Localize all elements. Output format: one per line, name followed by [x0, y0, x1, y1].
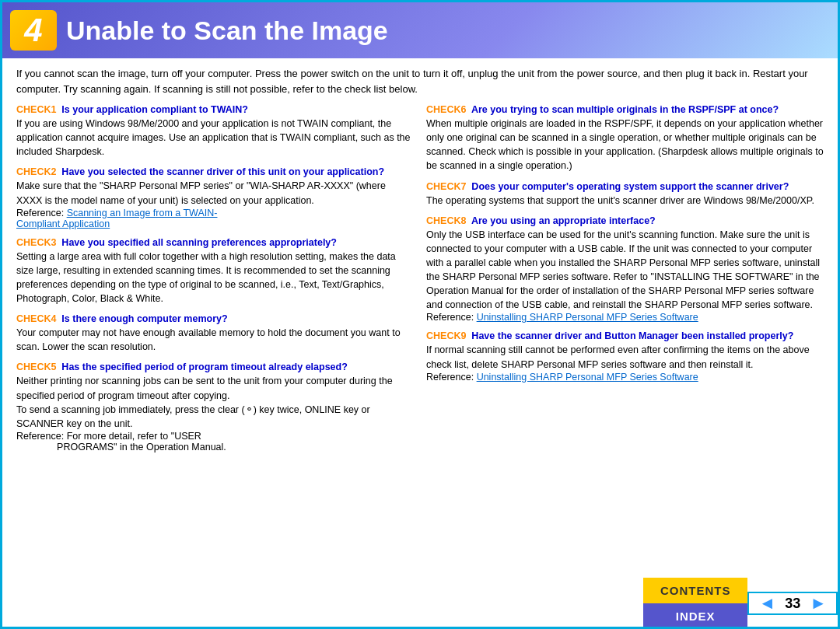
bottom-right-controls: CONTENTS INDEX ◄ 33 ► [643, 580, 838, 627]
check9-ref-label: Reference: [426, 372, 477, 383]
chapter-number: 4 [10, 10, 57, 51]
check8: CHECK8 Are you using an appropriate inte… [426, 215, 824, 323]
right-column: CHECK6 Are you trying to scan multiple o… [426, 104, 824, 460]
check2-header: CHECK2 Have you selected the scanner dri… [16, 166, 414, 177]
check3-header: CHECK3 Have you specified all scanning p… [16, 237, 414, 248]
check6: CHECK6 Are you trying to scan multiple o… [426, 104, 824, 173]
check2-ref: Reference: Scanning an Image from a TWAI… [16, 208, 414, 229]
check9-ref: Reference: Uninstalling SHARP Personal M… [426, 372, 824, 383]
check6-title: Are you trying to scan multiple original… [469, 104, 779, 115]
check5-header: CHECK5 Has the specified period of progr… [16, 362, 414, 372]
check4-label: CHECK4 [16, 313, 56, 324]
check3-title: Have you specified all scanning preferen… [59, 237, 337, 248]
page-number: 33 [779, 596, 807, 612]
check2-body: Make sure that the "SHARP Personal MFP s… [16, 179, 414, 207]
check5-body: Neither printing nor scanning jobs can b… [16, 374, 414, 431]
check3-body: Setting a large area with full color tog… [16, 250, 414, 306]
check6-label: CHECK6 [426, 104, 466, 115]
check9-title: Have the scanner driver and Button Manag… [469, 330, 793, 341]
check9-body: If normal scanning still cannot be perfo… [426, 343, 824, 371]
check4: CHECK4 Is there enough computer memory? … [16, 313, 414, 354]
bottom-left-spacer [2, 580, 643, 627]
next-page-button[interactable]: ► [807, 593, 830, 613]
left-column: CHECK1 Is your application compliant to … [16, 104, 414, 460]
intro-paragraph: If you cannot scan the image, turn off y… [16, 66, 824, 96]
check2-title: Have you selected the scanner driver of … [59, 166, 384, 177]
check2-label: CHECK2 [16, 166, 56, 177]
bottom-bar: CONTENTS INDEX ◄ 33 ► [2, 580, 838, 627]
check8-body: Only the USB interface can be used for t… [426, 228, 824, 313]
check1-body: If you are using Windows 98/Me/2000 and … [16, 117, 414, 159]
check8-header: CHECK8 Are you using an appropriate inte… [426, 215, 824, 226]
check9-ref-link[interactable]: Uninstalling SHARP Personal MFP Series S… [477, 372, 698, 383]
check5-label: CHECK5 [16, 362, 56, 372]
check2: CHECK2 Have you selected the scanner dri… [16, 166, 414, 229]
check5-ref: Reference: For more detail, refer to "US… [16, 431, 414, 453]
main-content: If you cannot scan the image, turn off y… [2, 66, 838, 460]
check1: CHECK1 Is your application compliant to … [16, 104, 414, 159]
check8-label: CHECK8 [426, 215, 466, 226]
page-title: Unable to Scan the Image [66, 16, 388, 46]
check8-ref: Reference: Uninstalling SHARP Personal M… [426, 312, 824, 323]
check8-ref-link[interactable]: Uninstalling SHARP Personal MFP Series S… [477, 312, 698, 323]
check8-ref-label: Reference: [426, 312, 477, 323]
check7-header: CHECK7 Does your computer's operating sy… [426, 181, 824, 192]
index-button[interactable]: INDEX [643, 603, 748, 629]
check5-title: Has the specified period of program time… [59, 362, 348, 372]
contents-button[interactable]: CONTENTS [643, 578, 748, 603]
check4-body: Your computer may not have enough availa… [16, 326, 414, 354]
check7-label: CHECK7 [426, 181, 466, 192]
check3: CHECK3 Have you specified all scanning p… [16, 237, 414, 306]
contents-index-buttons: CONTENTS INDEX [643, 578, 748, 629]
check6-header: CHECK6 Are you trying to scan multiple o… [426, 104, 824, 115]
check7-title: Does your computer's operating system su… [469, 181, 789, 192]
columns-container: CHECK1 Is your application compliant to … [16, 104, 824, 460]
check1-title: Is your application compliant to TWAIN? [59, 104, 248, 115]
check5: CHECK5 Has the specified period of progr… [16, 362, 414, 453]
check6-body: When multiple originals are loaded in th… [426, 117, 824, 173]
check9-label: CHECK9 [426, 330, 466, 341]
check1-label: CHECK1 [16, 104, 56, 115]
check4-header: CHECK4 Is there enough computer memory? [16, 313, 414, 324]
prev-page-button[interactable]: ◄ [755, 593, 779, 613]
check8-title: Are you using an appropriate interface? [469, 215, 656, 226]
check9: CHECK9 Have the scanner driver and Butto… [426, 330, 824, 382]
check7: CHECK7 Does your computer's operating sy… [426, 181, 824, 208]
check3-label: CHECK3 [16, 237, 56, 248]
check1-header: CHECK1 Is your application compliant to … [16, 104, 414, 115]
check4-title: Is there enough computer memory? [59, 313, 228, 324]
page-header: 4 Unable to Scan the Image [2, 2, 838, 58]
check7-body: The operating systems that support the u… [426, 194, 824, 208]
check2-ref-label: Reference: [16, 208, 67, 218]
check5-ref-label: Reference: [16, 431, 67, 442]
page-navigation: ◄ 33 ► [747, 592, 838, 615]
check9-header: CHECK9 Have the scanner driver and Butto… [426, 330, 824, 341]
